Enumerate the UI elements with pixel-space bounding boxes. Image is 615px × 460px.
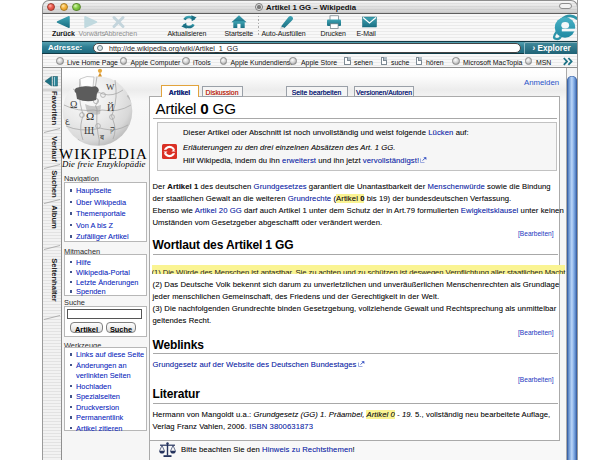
svg-text:Suchen: Suchen [50,170,59,198]
svg-text:ع: ع [65,116,70,125]
svg-text:Favoriten: Favoriten [50,90,59,125]
svg-text:Ω: Ω [70,99,77,110]
svg-text:ק: ק [110,124,115,134]
svg-text:Verlauf: Verlauf [50,136,59,162]
svg-text:Album: Album [50,205,59,229]
svg-text:Seitenhalter: Seitenhalter [50,258,59,302]
svg-text:Й: Й [107,102,114,113]
svg-text:Ω: Ω [86,110,94,122]
svg-text:W: W [106,82,115,92]
svg-text:Щ: Щ [84,125,94,136]
